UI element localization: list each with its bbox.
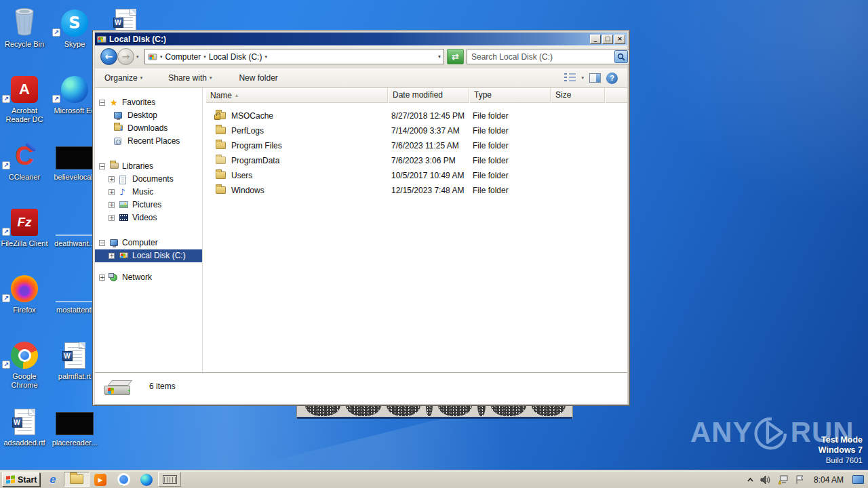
collapse-icon[interactable]: − <box>99 100 105 106</box>
organize-button[interactable]: Organize▾ <box>100 73 146 83</box>
preview-pane-icon[interactable] <box>589 73 601 83</box>
column-header-date[interactable]: Date modified <box>388 88 469 103</box>
location-icon <box>149 54 157 60</box>
help-icon[interactable]: ? <box>606 73 618 84</box>
desktop-icon-chrome[interactable]: ↗ Google Chrome <box>1 336 48 401</box>
sidebar-item-recent-places[interactable]: Recent Places <box>95 135 202 148</box>
column-header-name[interactable]: Name▴ <box>205 88 388 103</box>
desktop-icon-acrobat[interactable]: A ↗ Acrobat Reader DC <box>1 70 48 135</box>
sidebar-item-libraries[interactable]: − Libraries <box>95 160 202 173</box>
breadcrumb-computer[interactable]: Computer <box>165 52 201 62</box>
column-header-size[interactable]: Size <box>551 88 605 103</box>
title-bar[interactable]: Local Disk (C:) _ □ × <box>95 33 627 45</box>
views-dropdown-icon[interactable]: ▾ <box>581 75 584 81</box>
show-desktop-button[interactable] <box>852 475 864 484</box>
forward-button[interactable]: → <box>117 48 134 65</box>
desktop-icon-filezilla[interactable]: Fz ↗ FileZilla Client <box>1 203 48 268</box>
breadcrumb-separator-icon[interactable]: ▾ <box>160 54 163 60</box>
sidebar-item-documents[interactable]: + Documents <box>95 173 202 186</box>
address-bar[interactable]: ▾ Computer ▾ Local Disk (C:) ▾ ▾ <box>144 49 444 64</box>
table-row[interactable]: Program Files 7/6/2023 11:25 AM File fol… <box>205 138 627 153</box>
sidebar-item-local-disk-c[interactable]: + Local Disk (C:) <box>95 249 202 262</box>
sort-ascending-icon: ▴ <box>235 92 238 98</box>
video-thumbnail-icon <box>56 282 94 302</box>
desktop-icon-adsadded[interactable]: W adsadded.rtf <box>1 403 48 467</box>
collapse-icon[interactable]: − <box>99 240 105 246</box>
desktop-icon-placereader[interactable]: placereader... <box>51 403 98 467</box>
status-bar: 6 items <box>95 372 627 404</box>
show-hidden-icons-chevron[interactable] <box>747 476 754 483</box>
word-document-icon: W <box>14 409 35 435</box>
desktop-icon-believelocab[interactable]: believelocab <box>51 137 98 201</box>
table-row[interactable]: Users 10/5/2017 10:49 AM File folder <box>205 168 627 183</box>
desktop-icon-deathwant[interactable]: deathwant... <box>51 203 98 268</box>
desktop-icon-ccleaner[interactable]: C ↗ CCleaner <box>1 137 48 201</box>
table-row[interactable]: ProgramData 7/6/2023 3:06 PM File folder <box>205 153 627 168</box>
desktop-icon-firefox[interactable]: ↗ Firefox <box>1 270 48 334</box>
table-row[interactable]: Windows 12/15/2023 7:48 AM File folder <box>205 183 627 198</box>
history-dropdown-icon[interactable]: ▾ <box>136 54 139 60</box>
lock-badge-icon <box>214 115 220 120</box>
back-button[interactable]: ← <box>100 48 117 65</box>
expand-icon[interactable]: + <box>108 215 115 221</box>
maximize-button[interactable]: □ <box>602 35 613 44</box>
action-center-flag-icon[interactable] <box>795 475 805 485</box>
search-input[interactable]: Search Local Disk (C:) <box>467 49 629 64</box>
sidebar-item-downloads[interactable]: ↓ Downloads <box>95 122 202 135</box>
address-dropdown-icon[interactable]: ▾ <box>438 54 441 60</box>
views-icon[interactable] <box>564 73 576 83</box>
collapse-icon[interactable]: − <box>99 163 105 169</box>
desktop-icon-recycle-bin[interactable]: Recycle Bin <box>1 4 48 68</box>
recent-places-icon <box>114 138 121 145</box>
desktop-icon-skype[interactable]: S ↗ Skype <box>51 4 98 68</box>
desktop-icon-mostattenti[interactable]: mostattenti <box>51 270 98 334</box>
edge-taskbar-icon[interactable] <box>140 473 153 486</box>
search-icon[interactable] <box>614 50 628 63</box>
explorer-taskbar-button[interactable] <box>64 472 90 487</box>
breadcrumb-current[interactable]: Local Disk (C:) <box>209 52 262 62</box>
breadcrumb-separator-icon[interactable]: ▾ <box>264 54 267 60</box>
column-header-type[interactable]: Type <box>469 88 551 103</box>
sandbox-info: Test Mode Windows 7 Build 7601 <box>818 435 863 466</box>
start-button[interactable]: Start <box>2 472 40 487</box>
drive-icon <box>97 36 106 43</box>
media-player-taskbar-icon[interactable]: ▶ <box>94 473 107 486</box>
shortcut-arrow-icon: ↗ <box>2 361 10 369</box>
expand-icon[interactable]: + <box>108 253 115 259</box>
breadcrumb-separator-icon[interactable]: ▾ <box>203 54 206 60</box>
expand-icon[interactable]: + <box>99 274 105 281</box>
table-row[interactable]: MSOCache 8/27/2018 12:45 PM File folder <box>205 108 627 123</box>
desktop-icon-palmflat[interactable]: W palmflat.rt <box>51 336 98 401</box>
desktop-icon-label: deathwant... <box>51 239 98 248</box>
folder-icon <box>216 157 226 164</box>
volume-icon[interactable] <box>760 475 771 485</box>
sidebar-item-videos[interactable]: + Videos <box>95 211 202 224</box>
folder-icon <box>216 142 226 149</box>
chrome-taskbar-icon[interactable] <box>117 473 130 486</box>
sidebar-item-favorites[interactable]: − ★ Favorites <box>95 96 202 109</box>
desktop-icon-edge[interactable]: ↗ Microsoft Ed <box>51 70 98 135</box>
share-with-button[interactable]: Share with▾ <box>164 73 216 83</box>
sidebar-item-pictures[interactable]: + Pictures <box>95 199 202 211</box>
new-folder-button[interactable]: New folder <box>235 73 281 83</box>
table-row[interactable]: PerfLogs 7/14/2009 3:37 AM File folder <box>205 123 627 138</box>
clock[interactable]: 8:04 AM <box>811 475 846 485</box>
desktop-icon-label: Recycle Bin <box>1 40 48 49</box>
explorer-window: Local Disk (C:) _ □ × ← → ▾ ▾ Computer ▾… <box>92 30 630 406</box>
column-header-blank[interactable] <box>605 88 627 103</box>
refresh-button[interactable]: ⇄ <box>447 49 464 64</box>
app-taskbar-button[interactable] <box>158 472 181 487</box>
expand-icon[interactable]: + <box>108 189 115 195</box>
column-headers: Name▴ Date modified Type Size <box>205 88 627 103</box>
sidebar-item-network[interactable]: + Network <box>95 271 202 284</box>
network-icon[interactable] <box>777 475 789 485</box>
minimize-button[interactable]: _ <box>590 35 601 44</box>
close-button[interactable]: × <box>614 35 625 44</box>
network-icon <box>110 274 117 281</box>
sidebar-item-computer[interactable]: − Computer <box>95 237 202 249</box>
sidebar-item-desktop[interactable]: Desktop <box>95 109 202 122</box>
ie-taskbar-icon[interactable]: e <box>46 473 60 486</box>
expand-icon[interactable]: + <box>108 176 115 182</box>
sidebar-item-music[interactable]: + ♪ Music <box>95 186 202 199</box>
expand-icon[interactable]: + <box>108 202 115 208</box>
